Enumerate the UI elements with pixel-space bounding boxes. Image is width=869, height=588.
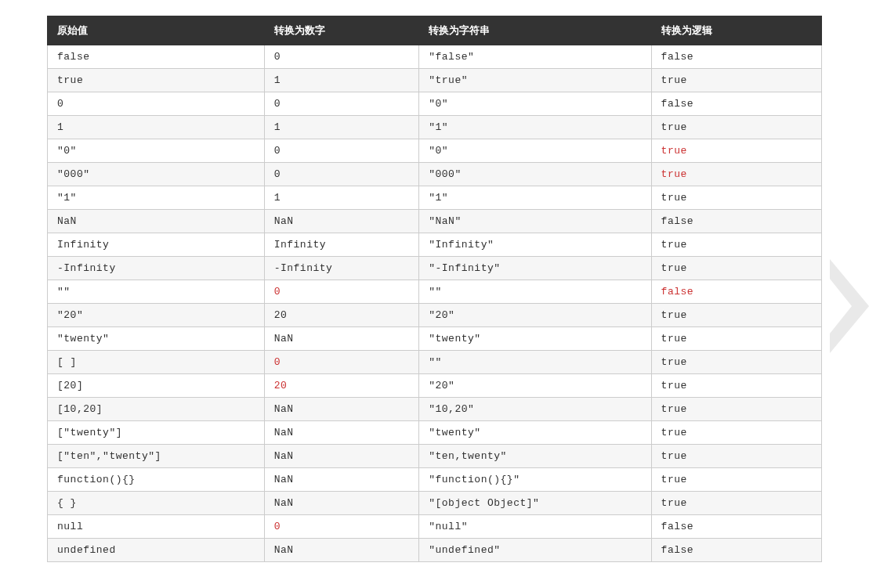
table-cell: "true"	[419, 69, 651, 92]
header-to-string: 转换为字符串	[419, 16, 651, 45]
table-row: [ ]0""true	[48, 351, 822, 374]
table-cell: "undefined"	[419, 539, 651, 562]
table-row: "twenty"NaN"twenty"true	[48, 327, 822, 351]
table-cell: true	[651, 139, 821, 163]
table-cell: "20"	[48, 304, 265, 327]
table-cell: ""	[419, 280, 651, 304]
table-cell: NaN	[264, 210, 419, 233]
table-row: [10,20]NaN"10,20"true	[48, 398, 822, 421]
table-row: InfinityInfinity"Infinity"true	[48, 233, 822, 257]
table-cell: "1"	[48, 186, 265, 210]
table-cell: false	[651, 515, 821, 539]
svg-marker-0	[830, 259, 869, 353]
table-cell: true	[651, 116, 821, 139]
table-cell: true	[651, 398, 821, 421]
table-cell: "twenty"	[419, 327, 651, 351]
table-cell: NaN	[264, 445, 419, 468]
table-row: -Infinity-Infinity"-Infinity"true	[48, 257, 822, 280]
table-row: null0"null"false	[48, 515, 822, 539]
table-cell: NaN	[264, 398, 419, 421]
table-row: function(){}NaN"function(){}"true	[48, 468, 822, 492]
table-row: ""0""false	[48, 280, 822, 304]
table-cell: Infinity	[48, 233, 265, 257]
table-cell: false	[651, 539, 821, 562]
table-cell: undefined	[48, 539, 265, 562]
table-cell: [20]	[48, 374, 265, 398]
table-cell: 0	[264, 92, 419, 116]
table-cell: ["ten","twenty"]	[48, 445, 265, 468]
table-cell: false	[651, 280, 821, 304]
table-cell: NaN	[264, 468, 419, 492]
table-row: [20]20"20"true	[48, 374, 822, 398]
table-cell: 0	[48, 92, 265, 116]
table-cell: "0"	[419, 139, 651, 163]
table-cell: "twenty"	[48, 327, 265, 351]
table-cell: 20	[264, 304, 419, 327]
table-cell: function(){}	[48, 468, 265, 492]
conversion-table: 原始值 转换为数字 转换为字符串 转换为逻辑 false0"false"fals…	[47, 16, 822, 562]
table-cell: true	[651, 304, 821, 327]
table-cell: true	[651, 257, 821, 280]
table-cell: NaN	[264, 492, 419, 515]
table-cell: "000"	[48, 163, 265, 186]
table-row: { }NaN"[object Object]"true	[48, 492, 822, 515]
table-cell: Infinity	[264, 233, 419, 257]
table-row: ["twenty"]NaN"twenty"true	[48, 421, 822, 445]
table-row: NaNNaN"NaN"false	[48, 210, 822, 233]
table-cell: true	[48, 69, 265, 92]
table-cell: 0	[264, 163, 419, 186]
table-cell: -Infinity	[48, 257, 265, 280]
table-cell: true	[651, 351, 821, 374]
table-cell: true	[651, 492, 821, 515]
table-cell: 1	[264, 69, 419, 92]
table-row: "000"0"000"true	[48, 163, 822, 186]
table-body: false0"false"falsetrue1"true"true00"0"fa…	[48, 45, 822, 562]
table-header: 原始值 转换为数字 转换为字符串 转换为逻辑	[48, 16, 822, 45]
table-cell: "20"	[419, 374, 651, 398]
next-page-arrow-icon[interactable]	[830, 259, 869, 353]
table-cell: false	[651, 92, 821, 116]
table-cell: false	[48, 45, 265, 69]
table-row: "1"1"1"true	[48, 186, 822, 210]
table-row: undefinedNaN"undefined"false	[48, 539, 822, 562]
table-cell: "function(){}"	[419, 468, 651, 492]
table-row: 11"1"true	[48, 116, 822, 139]
table-cell: { }	[48, 492, 265, 515]
page-container: 原始值 转换为数字 转换为字符串 转换为逻辑 false0"false"fals…	[0, 0, 869, 588]
table-cell: "twenty"	[419, 421, 651, 445]
table-row: "0"0"0"true	[48, 139, 822, 163]
table-cell: "0"	[419, 92, 651, 116]
table-cell: [ ]	[48, 351, 265, 374]
table-cell: -Infinity	[264, 257, 419, 280]
table-cell: NaN	[264, 539, 419, 562]
table-cell: 1	[264, 116, 419, 139]
table-cell: false	[651, 210, 821, 233]
table-cell: 20	[264, 374, 419, 398]
table-cell: true	[651, 445, 821, 468]
table-cell: true	[651, 233, 821, 257]
table-cell: "[object Object]"	[419, 492, 651, 515]
table-cell: "20"	[419, 304, 651, 327]
table-cell: true	[651, 421, 821, 445]
table-cell: "-Infinity"	[419, 257, 651, 280]
table-row: 00"0"false	[48, 92, 822, 116]
table-row: true1"true"true	[48, 69, 822, 92]
table-row: "20"20"20"true	[48, 304, 822, 327]
table-cell: true	[651, 186, 821, 210]
table-cell: "Infinity"	[419, 233, 651, 257]
table-cell: false	[651, 45, 821, 69]
table-cell: [10,20]	[48, 398, 265, 421]
table-cell: true	[651, 374, 821, 398]
table-cell: true	[651, 69, 821, 92]
table-cell: 0	[264, 351, 419, 374]
table-cell: 0	[264, 280, 419, 304]
table-cell: "false"	[419, 45, 651, 69]
table-cell: NaN	[264, 421, 419, 445]
table-cell: 0	[264, 515, 419, 539]
table-cell: 0	[264, 45, 419, 69]
table-cell: "NaN"	[419, 210, 651, 233]
table-cell: true	[651, 468, 821, 492]
table-row: ["ten","twenty"]NaN"ten,twenty"true	[48, 445, 822, 468]
table-cell: NaN	[48, 210, 265, 233]
table-cell: "null"	[419, 515, 651, 539]
